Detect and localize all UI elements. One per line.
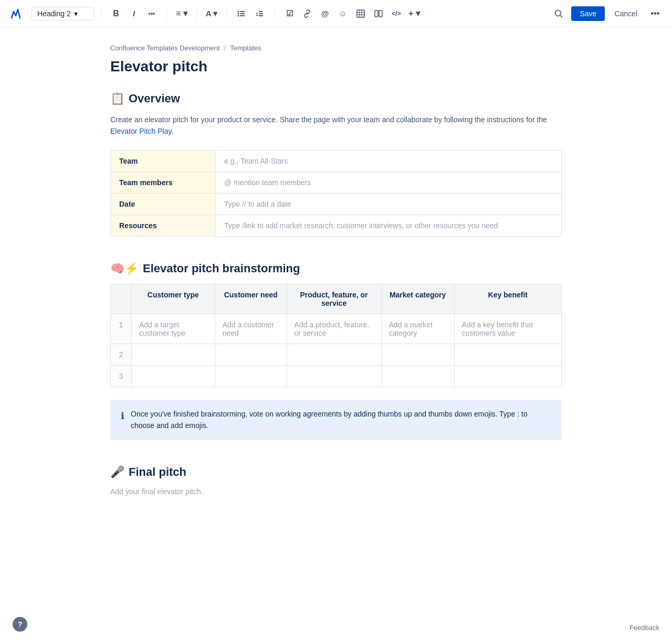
svg-rect-2: [240, 11, 245, 12]
brainstorming-heading: 🧠⚡ Elevator pitch brainstorming: [110, 262, 562, 275]
table-row: 2: [111, 344, 562, 365]
final-pitch-heading-text: Final pitch: [129, 465, 186, 479]
svg-rect-11: [357, 10, 364, 17]
brainstorming-info-box: ℹ Once you've finished brainstorming, vo…: [110, 400, 562, 440]
app-logo: [8, 6, 23, 21]
row-3-market[interactable]: [381, 365, 454, 387]
svg-rect-10: [259, 15, 263, 16]
row-1-customer-type[interactable]: Add a target customer type: [132, 314, 215, 344]
emoji-button[interactable]: ☺: [334, 5, 351, 22]
brainstorming-table: Customer type Customer need Product, fea…: [110, 284, 562, 387]
overview-description: Create an elevator pitch for your produc…: [110, 114, 562, 137]
divider-2: [166, 7, 167, 20]
col-customer-type-header: Customer type: [132, 284, 215, 314]
align-button[interactable]: ≡ ▾: [173, 5, 190, 22]
save-button[interactable]: Save: [571, 6, 605, 21]
ordered-list-button[interactable]: 1.: [251, 5, 268, 22]
color-group: A ▾: [203, 5, 220, 22]
heading-style-label: Heading 2: [37, 9, 71, 18]
svg-rect-6: [240, 15, 245, 16]
layout-button[interactable]: [370, 5, 387, 22]
more-options-button[interactable]: •••: [647, 5, 664, 22]
text-format-group: B I •••: [108, 5, 160, 22]
task-button[interactable]: ☑: [281, 5, 298, 22]
svg-rect-4: [240, 13, 245, 14]
svg-point-3: [238, 13, 239, 14]
breadcrumb: Confluence Templates Development / Templ…: [110, 44, 562, 52]
svg-rect-0: [8, 6, 23, 21]
mention-button[interactable]: @: [317, 5, 333, 22]
date-value[interactable]: Type // to add a date: [216, 193, 562, 215]
resources-value[interactable]: Type /link to add market research, custo…: [216, 215, 562, 236]
svg-rect-17: [379, 10, 382, 17]
col-product-header: Product, feature, or service: [287, 284, 381, 314]
italic-button[interactable]: I: [125, 5, 142, 22]
heading-style-dropdown[interactable]: Heading 2 ▾: [32, 7, 94, 20]
cancel-button[interactable]: Cancel: [609, 6, 643, 21]
row-2-customer-need[interactable]: [215, 344, 287, 365]
bullet-list-button[interactable]: [233, 5, 250, 22]
row-3-benefit[interactable]: [454, 365, 561, 387]
align-group: ≡ ▾: [173, 5, 190, 22]
final-pitch-icon: 🎤: [110, 465, 124, 479]
row-1-benefit[interactable]: Add a key benefit that customers value: [454, 314, 561, 344]
row-1-market[interactable]: Add a market category: [381, 314, 454, 344]
divider-1: [101, 7, 101, 20]
toolbar: Heading 2 ▾ B I ••• ≡ ▾ A ▾ 1. ☑ @ ☺: [0, 0, 672, 27]
table-row: Team e.g., Team All-Stars: [111, 150, 562, 172]
row-3-product[interactable]: [287, 365, 381, 387]
resources-label: Resources: [111, 215, 216, 236]
breadcrumb-parent-link[interactable]: Confluence Templates Development: [110, 44, 220, 52]
svg-line-19: [561, 15, 563, 17]
svg-rect-9: [259, 13, 263, 14]
table-row: Team members @ mention team members: [111, 172, 562, 193]
brainstorming-heading-text: Elevator pitch brainstorming: [143, 262, 300, 275]
row-2-customer-type[interactable]: [132, 344, 215, 365]
content-area: Confluence Templates Development / Templ…: [89, 27, 583, 538]
row-2-market[interactable]: [381, 344, 454, 365]
plus-button[interactable]: + ▾: [406, 5, 423, 22]
link-button[interactable]: [299, 5, 316, 22]
row-1-customer-need[interactable]: Add a customer need: [215, 314, 287, 344]
svg-point-18: [555, 10, 561, 16]
row-3-customer-type[interactable]: [132, 365, 215, 387]
help-button[interactable]: ?: [13, 617, 27, 632]
overview-heading: 📋 Overview: [110, 92, 562, 105]
row-2-num: 2: [111, 344, 132, 365]
team-value[interactable]: e.g., Team All-Stars: [216, 150, 562, 172]
table-button[interactable]: [352, 5, 369, 22]
chevron-down-icon: ▾: [74, 9, 78, 18]
date-label: Date: [111, 193, 216, 215]
row-1-product[interactable]: Add a product, feature, or service: [287, 314, 381, 344]
table-row: Date Type // to add a date: [111, 193, 562, 215]
divider-4: [226, 7, 227, 20]
divider-5: [274, 7, 275, 20]
svg-point-1: [238, 10, 239, 12]
elevator-pitch-link[interactable]: Elevator Pitch Play.: [110, 127, 173, 135]
final-pitch-description[interactable]: Add your final elevator pitch.: [110, 487, 562, 496]
row-2-product[interactable]: [287, 344, 381, 365]
col-num-header: [111, 284, 132, 314]
code-button[interactable]: </>: [388, 5, 405, 22]
svg-point-5: [238, 15, 239, 16]
row-2-benefit[interactable]: [454, 344, 561, 365]
breadcrumb-separator: /: [224, 44, 226, 52]
feedback-button[interactable]: Feedback: [629, 624, 659, 632]
page-title[interactable]: Elevator pitch: [110, 58, 562, 75]
col-customer-need-header: Customer need: [215, 284, 287, 314]
text-color-button[interactable]: A ▾: [203, 5, 220, 22]
team-label: Team: [111, 150, 216, 172]
search-button[interactable]: [550, 5, 567, 22]
brainstorming-icon: 🧠⚡: [110, 262, 139, 275]
bold-button[interactable]: B: [108, 5, 124, 22]
row-3-num: 3: [111, 365, 132, 387]
team-members-label: Team members: [111, 172, 216, 193]
row-1-num: 1: [111, 314, 132, 344]
table-header-row: Customer type Customer need Product, fea…: [111, 284, 562, 314]
team-members-value[interactable]: @ mention team members: [216, 172, 562, 193]
breadcrumb-current: Templates: [230, 44, 261, 52]
col-market-header: Market category: [381, 284, 454, 314]
row-3-customer-need[interactable]: [215, 365, 287, 387]
more-text-button[interactable]: •••: [143, 5, 160, 22]
divider-3: [196, 7, 197, 20]
